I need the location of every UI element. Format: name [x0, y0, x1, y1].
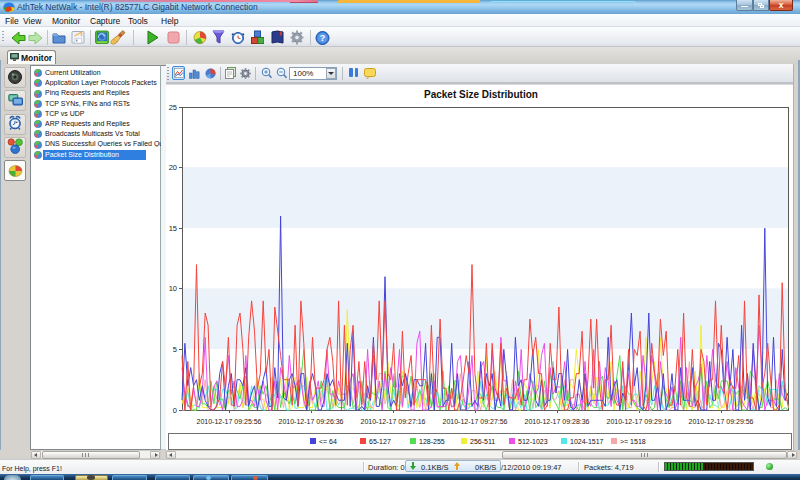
svg-text:10: 10: [169, 284, 177, 293]
svg-text:2010-12-17 09:27:56: 2010-12-17 09:27:56: [443, 418, 508, 425]
svg-text:5: 5: [173, 345, 177, 354]
svg-text:2010-12-17 09:28:36: 2010-12-17 09:28:36: [525, 418, 590, 425]
svg-text:0: 0: [173, 406, 177, 415]
svg-text:<= 64: <= 64: [319, 438, 337, 445]
svg-text:128-255: 128-255: [419, 438, 445, 445]
svg-text:65-127: 65-127: [369, 438, 391, 445]
svg-text:2010-12-17 09:26:36: 2010-12-17 09:26:36: [279, 418, 344, 425]
svg-text:1024-1517: 1024-1517: [570, 438, 604, 445]
svg-text:256-511: 256-511: [470, 438, 495, 445]
svg-text:2010-12-17 09:27:16: 2010-12-17 09:27:16: [361, 418, 426, 425]
svg-text:25: 25: [169, 103, 177, 112]
svg-text:?: ?: [320, 33, 326, 43]
svg-text:15: 15: [169, 224, 177, 233]
svg-text:>= 1518: >= 1518: [620, 438, 646, 445]
svg-text:2010-12-17 09:29:56: 2010-12-17 09:29:56: [689, 418, 754, 425]
svg-text:20: 20: [169, 163, 177, 172]
svg-text:512-1023: 512-1023: [518, 438, 548, 445]
svg-text:2010-12-17 09:29:16: 2010-12-17 09:29:16: [607, 418, 672, 425]
svg-text:2010-12-17 09:25:56: 2010-12-17 09:25:56: [197, 418, 262, 425]
